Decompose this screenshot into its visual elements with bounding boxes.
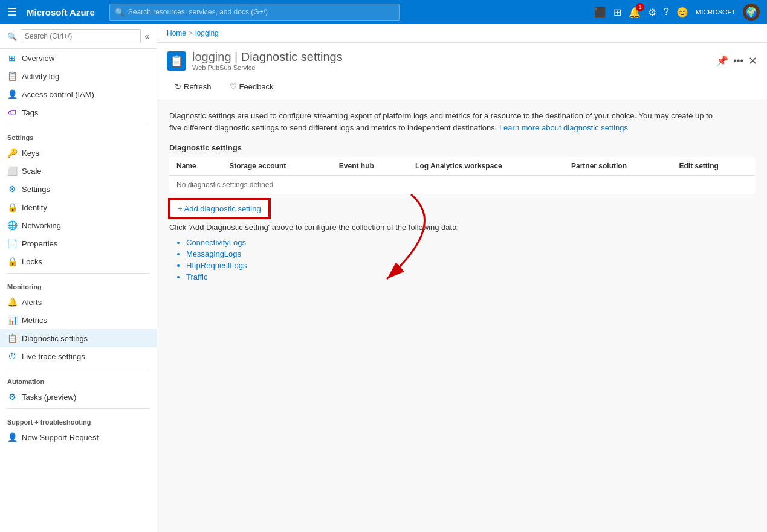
feedback-icon[interactable]: 😊 [676, 7, 688, 18]
col-log-analytics: Log Analytics workspace [408, 157, 564, 176]
support-section-header: Support + troubleshooting [0, 411, 157, 428]
close-icon[interactable]: ✕ [748, 54, 757, 68]
breadcrumb: Home > logging [157, 24, 767, 43]
sidebar-item-settings[interactable]: ⚙ Settings [0, 180, 157, 198]
settings-icon[interactable]: ⚙ [648, 7, 656, 18]
monitoring-section-header: Monitoring [0, 276, 157, 293]
search-icon: 🔍 [7, 32, 17, 41]
sidebar-item-label: New Support Request [22, 433, 99, 442]
sidebar-item-label: Tasks (preview) [22, 393, 76, 402]
sidebar-item-label: Scale [22, 167, 42, 176]
cloud-shell-icon[interactable]: ⬛ [594, 7, 606, 18]
breadcrumb-separator: > [189, 29, 193, 37]
networking-icon: 🌐 [7, 220, 17, 230]
iam-icon: 👤 [7, 89, 17, 99]
sidebar-item-label: Settings [22, 185, 50, 194]
no-data-text: No diagnostic settings defined [169, 176, 755, 194]
sidebar-item-label: Activity log [22, 72, 59, 81]
divider [7, 368, 149, 368]
sidebar-item-label: Overview [22, 54, 54, 63]
sidebar-item-metrics[interactable]: 📊 Metrics [0, 311, 157, 329]
resource-icon: 📋 [167, 51, 186, 71]
diagnostic-settings-icon: 📋 [7, 333, 17, 343]
top-nav: ☰ Microsoft Azure 🔍 ⬛ ⊞ 🔔 1 ⚙ ? 😊 MICROS… [0, 0, 767, 24]
settings-nav-icon: ⚙ [7, 184, 17, 194]
sidebar-item-label: Metrics [22, 316, 47, 325]
sidebar-item-alerts[interactable]: 🔔 Alerts [0, 293, 157, 311]
sidebar-item-properties[interactable]: 📄 Properties [0, 234, 157, 252]
section-title: Diagnostic settings [169, 143, 755, 152]
sidebar-search-input[interactable] [21, 29, 141, 43]
col-partner: Partner solution [564, 157, 672, 176]
sidebar-item-access-control[interactable]: 👤 Access control (IAM) [0, 85, 157, 103]
description-text: Diagnostic settings are used to configur… [169, 110, 713, 133]
list-item-http: HttpRequestLogs [186, 260, 755, 271]
col-event-hub: Event hub [332, 157, 408, 176]
user-avatar[interactable]: 🌍 [743, 4, 760, 21]
notifications-icon[interactable]: 🔔 1 [629, 7, 641, 18]
sidebar-item-new-support[interactable]: 👤 New Support Request [0, 428, 157, 446]
search-bar[interactable]: 🔍 [109, 4, 400, 21]
pin-icon[interactable]: 📌 [716, 55, 728, 66]
sidebar-item-label: Networking [22, 221, 61, 230]
tasks-icon: ⚙ [7, 392, 17, 402]
properties-icon: 📄 [7, 239, 17, 248]
directory-icon[interactable]: ⊞ [613, 7, 621, 18]
notification-badge: 1 [636, 3, 644, 11]
settings-section-header: Settings [0, 127, 157, 144]
automation-section-header: Automation [0, 371, 157, 388]
sidebar-item-scale[interactable]: ⬜ Scale [0, 162, 157, 180]
collapse-icon[interactable]: « [144, 31, 149, 41]
top-nav-icons: ⬛ ⊞ 🔔 1 ⚙ ? 😊 MICROSOFT 🌍 [594, 4, 760, 21]
sidebar-search-bar[interactable]: 🔍 « [0, 24, 157, 49]
sidebar-item-diagnostic-settings[interactable]: 📋 Diagnostic settings [0, 329, 157, 347]
activity-log-icon: 📋 [7, 71, 17, 81]
sidebar-item-label: Locks [22, 257, 42, 266]
page-header: 📋 logging | Diagnostic settings Web PubS… [157, 43, 767, 100]
sidebar-item-identity[interactable]: 🔒 Identity [0, 198, 157, 216]
sidebar-item-activity-log[interactable]: 📋 Activity log [0, 67, 157, 85]
sidebar-item-label: Diagnostic settings [22, 334, 88, 343]
breadcrumb-resource[interactable]: logging [195, 29, 219, 37]
content-area: Home > logging 📋 logging | Diagnostic se… [157, 24, 767, 532]
scale-icon: ⬜ [7, 166, 17, 176]
refresh-button[interactable]: ↻ Refresh [167, 79, 219, 95]
list-item-connectivity: ConnectivityLogs [186, 237, 755, 248]
page-title: logging | Diagnostic settings [192, 50, 343, 64]
breadcrumb-home[interactable]: Home [167, 29, 186, 37]
sidebar-item-networking[interactable]: 🌐 Networking [0, 216, 157, 234]
sidebar-item-tags[interactable]: 🏷 Tags [0, 103, 157, 121]
divider [7, 408, 149, 409]
hamburger-menu[interactable]: ☰ [7, 5, 17, 19]
sidebar-item-label: Access control (IAM) [22, 90, 94, 99]
add-diagnostic-setting-button[interactable]: + Add diagnostic setting [169, 199, 270, 218]
keys-icon: 🔑 [7, 148, 17, 158]
sidebar-item-keys[interactable]: 🔑 Keys [0, 144, 157, 162]
search-icon: 🔍 [115, 8, 125, 17]
feedback-button[interactable]: ♡ Feedback [222, 79, 282, 95]
sidebar-item-live-trace[interactable]: ⏱ Live trace settings [0, 347, 157, 365]
azure-logo: Microsoft Azure [27, 7, 95, 18]
add-button-container: + Add diagnostic setting [169, 194, 270, 223]
help-icon[interactable]: ? [664, 7, 669, 18]
refresh-icon: ↻ [175, 82, 181, 91]
divider [7, 124, 149, 124]
col-name: Name [169, 157, 222, 176]
more-options-icon[interactable]: ••• [733, 56, 743, 66]
search-input[interactable] [128, 8, 394, 16]
learn-more-link[interactable]: Learn more about diagnostic settings [499, 123, 628, 132]
col-edit: Edit setting [672, 157, 755, 176]
instructions-text: Click 'Add Diagnostic setting' above to … [169, 223, 755, 232]
user-label: MICROSOFT [696, 8, 736, 16]
sidebar-item-overview[interactable]: ⊞ Overview [0, 49, 157, 67]
sidebar-item-label: Tags [22, 108, 38, 117]
page-subtitle: Web PubSub Service [192, 64, 343, 71]
metrics-icon: 📊 [7, 315, 17, 325]
list-item-messaging: MessagingLogs [186, 248, 755, 260]
no-data-row: No diagnostic settings defined [169, 176, 755, 194]
sidebar-item-tasks[interactable]: ⚙ Tasks (preview) [0, 388, 157, 406]
page-header-actions: 📌 ••• ✕ [716, 54, 757, 68]
sidebar-item-label: Keys [22, 149, 39, 158]
list-item-traffic: Traffic [186, 271, 755, 283]
sidebar-item-locks[interactable]: 🔒 Locks [0, 252, 157, 271]
